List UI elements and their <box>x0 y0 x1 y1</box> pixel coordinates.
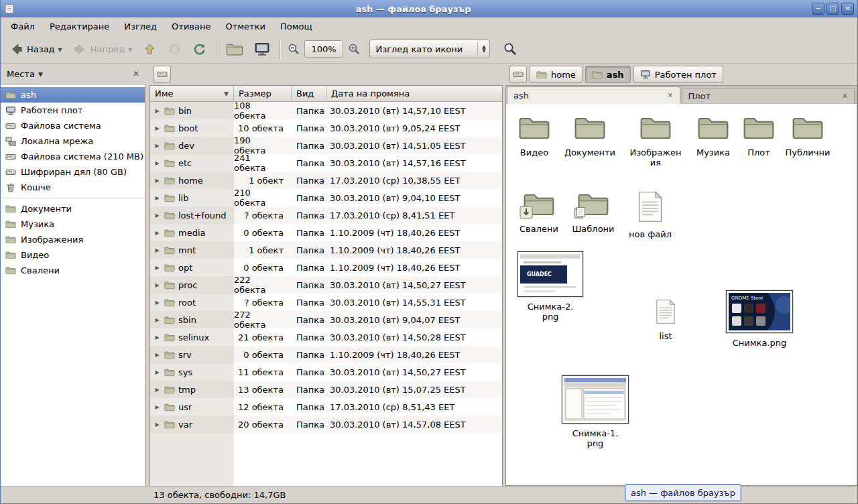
expander-icon[interactable]: ▶ <box>154 300 161 306</box>
icon-item-templates[interactable]: Шаблони <box>565 191 621 234</box>
expander-icon[interactable]: ▶ <box>154 108 161 114</box>
icon-item-snimka-2[interactable]: GUADECСнимка-2.​png <box>515 251 585 322</box>
title-bar[interactable]: ash — файлов браузър ─ ▢ ✕ <box>1 0 857 17</box>
expander-icon[interactable]: ▶ <box>154 317 161 323</box>
expander-icon[interactable]: ▶ <box>154 195 161 201</box>
expander-icon[interactable]: ▶ <box>154 387 161 393</box>
icon-item-snimka-1[interactable]: Снимка-1.​png <box>560 375 630 448</box>
sidebar-item-pictures[interactable]: Изображения <box>1 232 145 247</box>
expander-icon[interactable]: ▶ <box>154 422 161 428</box>
menu-help[interactable]: Помощ <box>273 19 320 34</box>
view-mode-select[interactable]: Изглед като икони ▲▼ <box>369 40 490 58</box>
forward-button[interactable]: Напред ▼ <box>68 38 137 60</box>
stop-button[interactable] <box>163 38 186 60</box>
table-row[interactable]: ▶media0 обектаПапка1.10.2009 (чт) 18,40,… <box>150 224 502 241</box>
column-header-type[interactable]: Вид <box>292 86 326 102</box>
computer-button[interactable] <box>249 38 275 60</box>
icon-view[interactable]: ВидеоДокументиИзображенияМузикаПлотПубли… <box>505 104 857 486</box>
table-row[interactable]: ▶home1 обектПапка17.03.2010 (ср) 10,38,5… <box>150 172 502 189</box>
table-row[interactable]: ▶mnt1 обектПапка1.10.2009 (чт) 18,40,26 … <box>150 241 502 259</box>
icon-item-documents[interactable]: Документи <box>562 115 618 158</box>
menu-bookmarks[interactable]: Отметки <box>218 19 272 34</box>
up-button[interactable] <box>138 38 162 60</box>
zoom-out-button[interactable] <box>285 41 302 58</box>
icon-item-new-file[interactable]: нов файл <box>622 191 678 239</box>
menu-go[interactable]: Отиване <box>164 19 218 34</box>
icon-item-desktop[interactable]: Плот <box>731 115 787 158</box>
expander-icon[interactable]: ▶ <box>154 212 161 218</box>
zoom-level-button[interactable]: 100% <box>304 40 343 58</box>
zoom-in-button[interactable] <box>346 41 363 58</box>
table-row[interactable]: ▶lib210 обектаПапка30.03.2010 (вт) 9,04,… <box>150 189 502 206</box>
table-row[interactable]: ▶opt0 обектаПапка1.10.2009 (чт) 18,40,26… <box>150 259 502 276</box>
expander-icon[interactable]: ▶ <box>154 125 161 131</box>
table-row[interactable]: ▶bin108 обектаПапка30.03.2010 (вт) 14,57… <box>150 102 502 119</box>
path-button-home[interactable]: home <box>530 66 583 83</box>
reload-button[interactable] <box>188 38 211 60</box>
icon-item-list[interactable]: list <box>637 299 694 341</box>
minimize-button[interactable]: ─ <box>812 3 824 15</box>
sidebar-item-ash[interactable]: ash <box>1 87 145 103</box>
column-header-date[interactable]: Дата на промяна <box>326 86 502 102</box>
tab-plot[interactable]: Плот✕ <box>682 88 855 104</box>
expander-icon[interactable]: ▶ <box>154 352 161 358</box>
close-button[interactable]: ✕ <box>841 3 854 15</box>
table-row[interactable]: ▶sys11 обектаПапка30.03.2010 (вт) 14,50,… <box>150 363 502 381</box>
sidebar-close-button[interactable]: ✕ <box>133 69 139 78</box>
tab-close-icon[interactable]: ✕ <box>667 91 673 100</box>
table-row[interactable]: ▶dev190 обектаПапка30.03.2010 (вт) 14,51… <box>150 137 502 154</box>
table-row[interactable]: ▶root? обектаПапка30.03.2010 (вт) 14,55,… <box>150 294 502 311</box>
expander-icon[interactable]: ▶ <box>154 404 161 410</box>
sidebar-item-downloads[interactable]: Свалени <box>1 263 145 278</box>
back-button[interactable]: Назад ▼ <box>5 38 67 60</box>
chevron-down-icon[interactable]: ▼ <box>38 70 43 78</box>
path-button-ash[interactable]: ash <box>585 66 631 83</box>
home-button[interactable] <box>221 38 248 60</box>
taskbar-window-button[interactable]: ash — файлов браузър <box>625 484 741 501</box>
column-header-size[interactable]: Размер <box>234 86 292 102</box>
sidebar-item-network[interactable]: Локална мрежа <box>1 133 145 149</box>
menu-view[interactable]: Изглед <box>117 19 164 34</box>
search-button[interactable] <box>498 38 522 60</box>
sidebar-item-videos[interactable]: Видео <box>1 247 145 263</box>
expander-icon[interactable]: ▶ <box>154 265 161 271</box>
table-row[interactable]: ▶lost+found? обектаПапка17.03.2010 (ср) … <box>150 206 502 224</box>
sidebar-mode-select[interactable]: Места <box>7 69 35 79</box>
table-row[interactable]: ▶sbin272 обектаПапка30.03.2010 (вт) 9,04… <box>150 311 502 328</box>
expander-icon[interactable]: ▶ <box>154 160 161 166</box>
expander-icon[interactable]: ▶ <box>154 247 161 253</box>
sidebar-item-desktop[interactable]: Работен плот <box>1 103 145 118</box>
table-row[interactable]: ▶usr12 обектаПапка17.03.2010 (ср) 8,51,4… <box>150 398 502 416</box>
expander-icon[interactable]: ▶ <box>154 143 161 149</box>
table-row[interactable]: ▶srv0 обектаПапка1.10.2009 (чт) 18,40,26… <box>150 346 502 363</box>
path-button-root[interactable] <box>509 66 527 83</box>
expander-icon[interactable]: ▶ <box>154 369 161 375</box>
icon-item-snimka[interactable]: GNOME StoreСнимка.​png <box>725 290 794 348</box>
expander-icon[interactable]: ▶ <box>154 230 161 236</box>
sidebar-item-filesystem-210mb[interactable]: Файлова система (210 MB) <box>1 149 145 164</box>
menu-edit[interactable]: Редактиране <box>42 19 117 34</box>
expander-icon[interactable]: ▶ <box>154 334 161 340</box>
expander-icon[interactable]: ▶ <box>154 282 161 288</box>
menu-file[interactable]: Файл <box>3 19 42 34</box>
icon-item-video[interactable]: Видео <box>506 115 562 158</box>
expander-icon[interactable]: ▶ <box>154 178 161 184</box>
tab-ash[interactable]: ash✕ <box>507 86 680 104</box>
sidebar-item-music[interactable]: Музика <box>1 216 145 232</box>
table-row[interactable]: ▶proc222 обектаПапка30.03.2010 (вт) 14,5… <box>150 276 502 294</box>
sidebar-item-trash[interactable]: Кошче <box>1 180 145 195</box>
icon-item-pictures[interactable]: Изображения <box>627 115 684 168</box>
table-row[interactable]: ▶selinux21 обектаПапка30.03.2010 (вт) 14… <box>150 328 502 346</box>
table-row[interactable]: ▶boot10 обектаПапка30.03.2010 (вт) 9,05,… <box>150 119 502 137</box>
table-row[interactable]: ▶var20 обектаПапка30.03.2010 (вт) 14,57,… <box>150 416 502 433</box>
tab-close-icon[interactable]: ✕ <box>842 92 848 101</box>
sidebar-item-filesystem[interactable]: Файлова система <box>1 118 145 133</box>
path-button-desktop[interactable]: Работен плот <box>633 66 723 83</box>
sidebar-item-encrypted-80gb[interactable]: Шифриран дял (80 GB) <box>1 164 145 180</box>
sidebar-item-documents[interactable]: Документи <box>1 201 145 216</box>
icon-item-public[interactable]: Публични <box>780 115 836 158</box>
icon-item-downloads[interactable]: Свалени <box>511 191 567 234</box>
maximize-button[interactable]: ▢ <box>826 3 839 15</box>
column-header-name[interactable]: Име▼ <box>150 86 234 102</box>
root-path-button[interactable] <box>154 66 171 83</box>
